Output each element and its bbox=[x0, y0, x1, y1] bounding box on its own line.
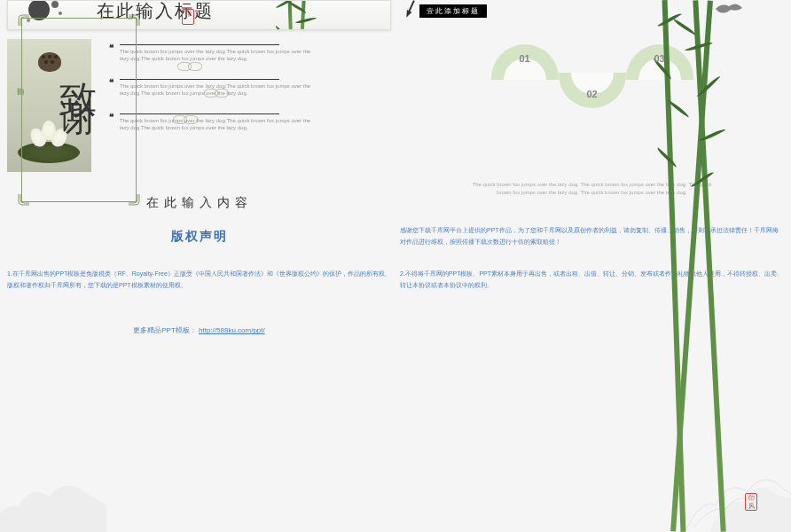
svg-point-2 bbox=[59, 12, 62, 15]
svg-point-1 bbox=[51, 1, 59, 8]
bamboo-decoration bbox=[279, 0, 324, 29]
